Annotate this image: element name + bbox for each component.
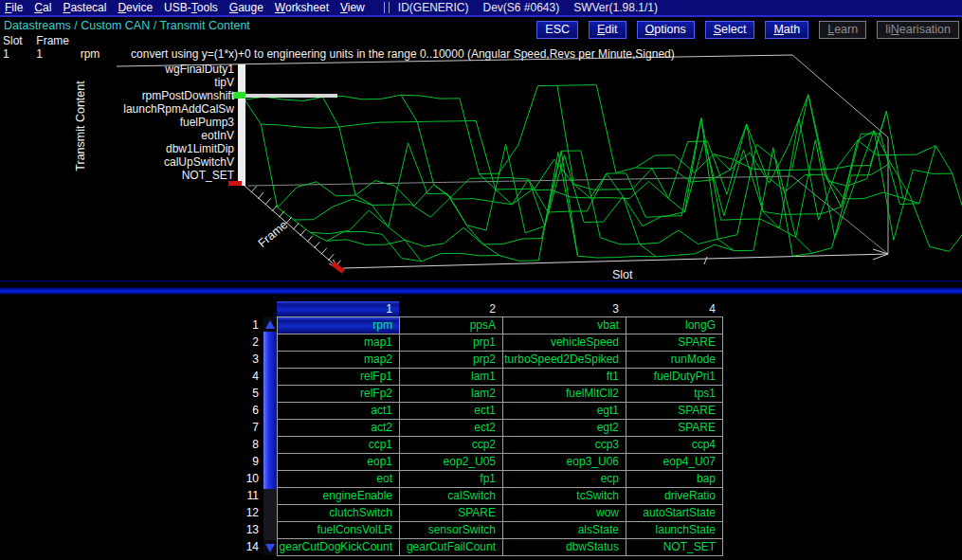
transmit-content-table: rpmppsAvbatlongGmap1prp1vehicleSpeedSPAR… <box>277 316 723 556</box>
table-cell[interactable]: fuelMltCll2 <box>503 386 626 403</box>
table-cell[interactable]: engineEnable <box>278 488 400 505</box>
table-cell[interactable]: NOT_SET <box>626 539 723 556</box>
row-number[interactable]: 14 <box>237 538 263 555</box>
pane-divider[interactable] <box>0 287 962 295</box>
row-number[interactable]: 6 <box>237 402 263 419</box>
column-header-2[interactable]: 2 <box>399 301 502 316</box>
options-button[interactable]: Options <box>637 21 695 39</box>
table-cell[interactable]: eop1 <box>278 454 400 471</box>
row-number[interactable]: 12 <box>237 504 263 521</box>
table-cell[interactable]: sensorSwitch <box>400 522 503 539</box>
table-cell[interactable]: act1 <box>278 403 400 420</box>
table-cell[interactable]: ccp2 <box>400 437 503 454</box>
wireframe-mesh <box>245 85 962 262</box>
row-number[interactable]: 4 <box>237 368 263 385</box>
table-cell[interactable]: clutchSwitch <box>278 505 400 522</box>
table-cell[interactable]: alsState <box>503 522 626 539</box>
row-number[interactable]: 8 <box>237 436 263 453</box>
table-cell[interactable]: prp1 <box>400 334 503 352</box>
row-number[interactable]: 7 <box>237 419 263 436</box>
scrollbar-up-icon[interactable] <box>263 316 277 332</box>
y-tick-label: wgFinalDuty1 <box>57 63 234 76</box>
table-cell[interactable]: fuelConsVolLR <box>278 522 400 539</box>
learn-button[interactable]: Learn <box>819 21 866 39</box>
linearisation-button[interactable]: liNearisation <box>877 21 959 39</box>
table-cell[interactable]: ect2 <box>400 420 503 437</box>
table-cell[interactable]: calSwitch <box>400 488 503 505</box>
table-cell[interactable]: vehicleSpeed <box>503 334 626 352</box>
table-cell[interactable]: tcSwitch <box>503 488 626 505</box>
table-cell[interactable]: launchState <box>626 522 723 539</box>
table-cell[interactable]: ft1 <box>503 369 626 386</box>
table-cell[interactable]: lam1 <box>400 369 503 386</box>
table-cell[interactable]: SPARE <box>626 334 723 352</box>
conversion-description: convert using y=(1*x)+0 to engineering u… <box>131 47 675 61</box>
table-cell[interactable]: gearCutDogKickCount <box>278 539 400 556</box>
selected-channel-marker-green <box>232 92 245 99</box>
scrollbar-down-icon[interactable] <box>263 540 277 555</box>
selection-info-values: 1 1 rpm convert using y=(1*x)+0 to engin… <box>3 47 675 61</box>
table-cell[interactable]: prp2 <box>400 352 503 369</box>
table-cell[interactable]: tps1 <box>626 386 723 403</box>
column-header-4[interactable]: 4 <box>626 301 722 316</box>
row-number[interactable]: 3 <box>237 351 263 368</box>
table-cell[interactable]: fuelDutyPri1 <box>626 369 723 386</box>
row-number[interactable]: 2 <box>237 334 263 351</box>
table-cell-selected[interactable]: rpm <box>278 317 400 334</box>
table-cell[interactable]: autoStartState <box>626 505 723 522</box>
table-cell[interactable]: ppsA <box>400 317 503 334</box>
row-number[interactable]: 11 <box>237 487 263 504</box>
table-cell[interactable]: eop2_U05 <box>400 454 503 471</box>
row-number[interactable]: 9 <box>237 453 263 470</box>
table-cell[interactable]: runMode <box>626 352 723 369</box>
row-number[interactable]: 1 <box>237 316 263 334</box>
table-cell[interactable]: relFp1 <box>278 369 400 386</box>
esc-button[interactable]: ESC <box>536 21 578 39</box>
table-cell[interactable]: SPARE <box>626 403 723 420</box>
column-header-1[interactable]: 1 <box>277 301 399 316</box>
select-button[interactable]: Select <box>705 21 755 39</box>
table-cell[interactable]: lam2 <box>400 386 503 403</box>
table-cell[interactable]: SPARE <box>626 420 723 437</box>
table-cell[interactable]: egt2 <box>503 420 626 437</box>
table-cell[interactable]: eop4_U07 <box>626 454 723 471</box>
edit-button[interactable]: Edit <box>589 21 626 39</box>
slot-header-label: Slot <box>3 34 33 47</box>
table-cell[interactable]: map1 <box>278 334 400 352</box>
table-cell[interactable]: wow <box>503 505 626 522</box>
table-cell[interactable]: act2 <box>278 420 400 437</box>
breadcrumb: Datastreams / Custom CAN / Transmit Cont… <box>4 19 250 32</box>
table-cell[interactable]: longG <box>626 317 723 334</box>
toolbar: ESCEditOptionsSelectMathLearnliNearisati… <box>536 21 959 39</box>
table-cell[interactable]: relFp2 <box>278 386 400 403</box>
y-axis-bar <box>228 64 345 274</box>
table-cell[interactable]: egt1 <box>503 403 626 420</box>
table-cell[interactable]: vbat <box>503 317 626 334</box>
table-cell[interactable]: ecp <box>503 471 626 488</box>
table-cell[interactable]: eop3_U06 <box>503 454 626 471</box>
table-cell[interactable]: SPARE <box>400 505 503 522</box>
table-cell[interactable]: eot <box>278 471 400 488</box>
table-cell[interactable]: fp1 <box>400 471 503 488</box>
column-header-3[interactable]: 3 <box>502 301 626 316</box>
y-axis-title: Transmit Content <box>74 81 87 171</box>
table-scrollbar[interactable] <box>263 316 277 555</box>
table-cell[interactable]: ccp4 <box>626 437 723 454</box>
table-cell[interactable]: driveRatio <box>626 488 723 505</box>
table-cell[interactable]: ccp1 <box>278 437 400 454</box>
row-number[interactable]: 13 <box>237 521 263 538</box>
row-number[interactable]: 5 <box>237 385 263 402</box>
table-column-headers: 1234 <box>277 301 722 316</box>
math-button[interactable]: Math <box>765 21 808 39</box>
table-cell[interactable]: bap <box>626 471 723 488</box>
table-cell[interactable]: ect1 <box>400 403 503 420</box>
row-number[interactable]: 10 <box>237 470 263 487</box>
table-cell[interactable]: ccp3 <box>503 437 626 454</box>
table-cell[interactable]: turboSpeed2DeSpiked <box>503 352 626 369</box>
table-cell[interactable]: dbwStatus <box>503 539 626 556</box>
selection-info-header: Slot Frame <box>3 34 77 47</box>
scrollbar-track[interactable] <box>263 489 277 540</box>
table-cell[interactable]: gearCutFailCount <box>400 539 503 556</box>
scrollbar-thumb[interactable] <box>263 332 277 489</box>
table-cell[interactable]: map2 <box>278 352 400 369</box>
